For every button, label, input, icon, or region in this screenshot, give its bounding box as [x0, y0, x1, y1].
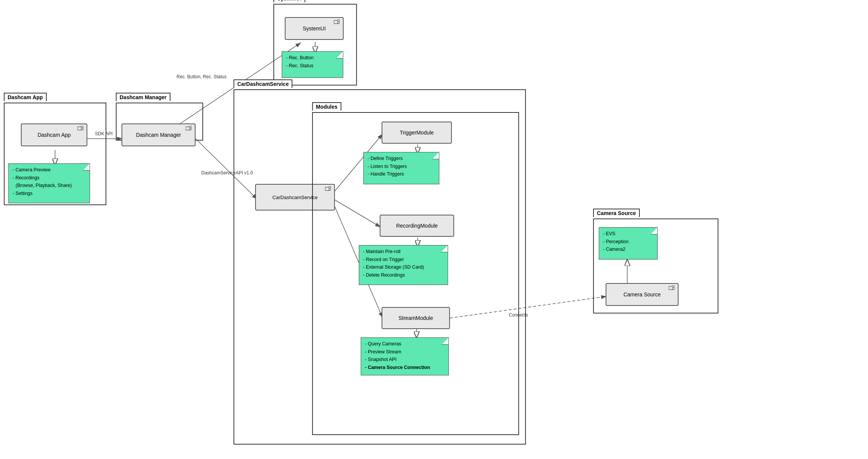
diagram-container: SDK API Rec. Button, Rec. Status Dashcam…: [0, 0, 868, 459]
recording-note-line4: - Delete Recordings: [363, 271, 444, 279]
systemui-label: SystemUI: [303, 25, 326, 32]
trigger-module-note: - Define Triggers - Listen to Triggers -…: [363, 152, 439, 184]
stream-module-note: - Query Cameras - Preview Stream - Snaps…: [361, 337, 449, 375]
systemui-component: SystemUI: [285, 17, 344, 40]
dashcam-manager-component: Dashcam Manager: [122, 123, 196, 146]
svg-rect-16: [81, 126, 83, 128]
stream-note-line2: - Preview Stream: [365, 348, 445, 356]
dashcam-manager-package-label: Dashcam Manager: [116, 93, 170, 101]
recording-module-component: RecordingModule: [380, 215, 454, 237]
dashcam-manager-label: Dashcam Manager: [136, 132, 181, 138]
recording-module-note: - Maintain Pre-roll - Record on Trigger …: [359, 245, 448, 285]
trigger-note-line3: - Handle Triggers: [368, 170, 435, 178]
component-icon-cs: [669, 285, 675, 291]
dashcam-app-package-label: Dashcam App: [4, 93, 47, 101]
systemui-note-line1: - Rec. Button: [286, 54, 339, 62]
svg-rect-29: [672, 288, 674, 290]
modules-package-label: Modules: [312, 102, 341, 111]
trigger-module-label: TriggerModule: [400, 130, 434, 136]
camera-source-note-line2: - Perception: [603, 238, 653, 246]
camera-source-note: - EVS - Perception - Camera2: [599, 227, 658, 260]
trigger-note-line1: - Define Triggers: [368, 155, 435, 163]
camera-source-note-line3: - Camera2: [603, 245, 653, 253]
svg-rect-22: [338, 20, 339, 21]
stream-module-label: StreamModule: [398, 315, 433, 321]
recording-module-label: RecordingModule: [396, 223, 438, 229]
svg-rect-17: [81, 128, 83, 130]
component-icon: [77, 126, 84, 131]
dashcam-app-note: - Camera Preview - Recordings (Browse, P…: [8, 163, 90, 203]
dashcam-app-note-line2: - Recordings: [13, 174, 86, 182]
dashcam-app-component-label: Dashcam App: [38, 132, 71, 138]
svg-rect-20: [189, 128, 191, 130]
svg-rect-23: [338, 22, 339, 24]
trigger-note-line2: - Listen to Triggers: [368, 163, 435, 171]
recording-note-line2: - Record on Trigger: [363, 256, 444, 264]
recording-note-line3: - External Storage (SD Card): [363, 263, 444, 271]
trigger-module-component: TriggerModule: [382, 122, 452, 144]
svg-rect-28: [672, 286, 674, 287]
systemui-note-line2: - Rec. Status: [286, 62, 339, 70]
svg-rect-19: [189, 126, 191, 128]
dashcam-app-note-line4: - Settings: [13, 190, 86, 198]
dashcam-app-note-line1: - Camera Preview: [13, 166, 86, 174]
stream-module-component: StreamModule: [382, 307, 450, 329]
dashcam-app-note-line3: (Browse, Playback, Share): [13, 182, 86, 190]
systemui-package-label: SystemUI: [273, 0, 305, 2]
stream-note-line1: - Query Cameras: [365, 340, 445, 348]
component-icon-manager: [186, 126, 193, 131]
stream-note-line4: - Camera Source Connection: [365, 364, 445, 372]
camera-source-note-line1: - EVS: [603, 230, 653, 238]
stream-note-line3: - Snapshot API: [365, 356, 445, 364]
camera-source-comp-label: Camera Source: [623, 291, 661, 298]
component-icon-sysui: [334, 19, 341, 25]
car-dashcam-service-label: CarDashcamService: [234, 79, 292, 88]
car-dashcam-service-comp-label: CarDashcamService: [272, 195, 317, 200]
recording-note-line1: - Maintain Pre-roll: [363, 248, 444, 256]
camera-source-component: Camera Source: [606, 283, 679, 306]
rec-button-status-label: Rec. Button, Rec. Status: [177, 74, 226, 79]
systemui-note: - Rec. Button - Rec. Status: [282, 51, 343, 78]
dashcam-app-component: Dashcam App: [21, 123, 87, 146]
camera-source-package-label: Camera Source: [593, 209, 640, 217]
